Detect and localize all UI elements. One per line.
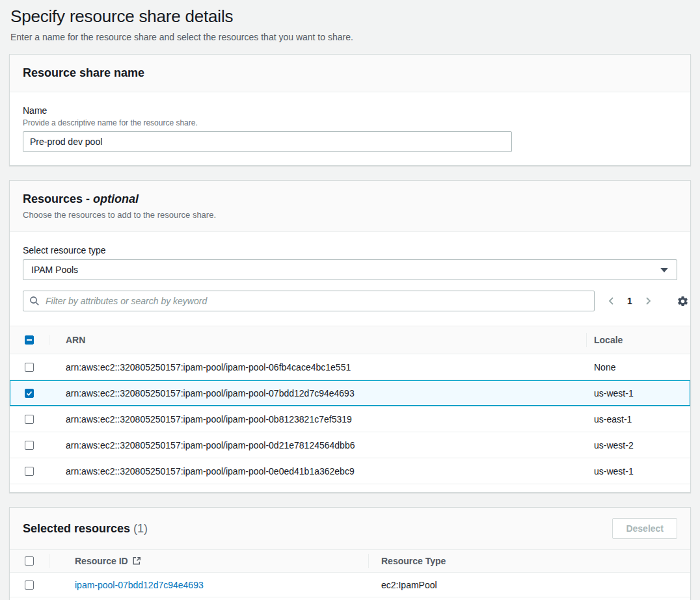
- gear-icon: [677, 295, 689, 307]
- deselect-button[interactable]: Deselect: [612, 518, 677, 539]
- external-link-icon: [132, 556, 141, 566]
- arn-cell: arn:aws:ec2::320805250157:ipam-pool/ipam…: [49, 466, 586, 476]
- table-row[interactable]: arn:aws:ec2::320805250157:ipam-pool/ipam…: [10, 458, 690, 484]
- resource-type-cell: ec2:IpamPool: [368, 580, 690, 590]
- resources-table-header: ARN Locale: [10, 326, 690, 354]
- table-row[interactable]: arn:aws:ec2::320805250157:ipam-pool/ipam…: [10, 432, 690, 458]
- arn-column-header: ARN: [49, 335, 586, 345]
- row-checkbox[interactable]: [25, 363, 34, 372]
- selected-resources-header: Selected resources (1) Deselect: [10, 508, 690, 549]
- selected-resources-panel: Selected resources (1) Deselect Resource…: [9, 507, 691, 600]
- row-checkbox[interactable]: [25, 580, 34, 590]
- name-field-label: Name: [23, 105, 677, 116]
- table-row[interactable]: arn:aws:ec2::320805250157:ipam-pool/ipam…: [10, 354, 690, 380]
- check-icon: [25, 389, 33, 397]
- resource-id-column-header: Resource ID: [49, 556, 368, 566]
- page-subtitle: Enter a name for the resource share and …: [10, 32, 690, 42]
- selected-resources-count: (1): [133, 522, 148, 535]
- filter-input-container: [23, 291, 595, 311]
- arn-cell: arn:aws:ec2::320805250157:ipam-pool/ipam…: [49, 440, 586, 450]
- resource-share-name-header: Resource share name: [10, 55, 690, 92]
- page-header: Specify resource share details Enter a n…: [0, 0, 700, 54]
- resource-share-name-title: Resource share name: [23, 66, 677, 80]
- selected-resources-table: Resource ID Resource Type ipam-pool-07bd…: [10, 549, 690, 600]
- locale-cell: us-west-1: [586, 466, 690, 476]
- locale-cell: us-west-1: [586, 388, 690, 398]
- filter-input[interactable]: [44, 295, 588, 307]
- resource-type-selected-value: IPAM Pools: [31, 265, 78, 275]
- locale-column-header: Locale: [586, 335, 690, 345]
- arn-cell: arn:aws:ec2::320805250157:ipam-pool/ipam…: [49, 388, 586, 398]
- resource-share-name-body: Name Provide a descriptive name for the …: [10, 92, 690, 165]
- locale-cell: None: [586, 362, 690, 372]
- table-row[interactable]: arn:aws:ec2::320805250157:ipam-pool/ipam…: [10, 406, 690, 432]
- locale-cell: us-west-2: [586, 440, 690, 450]
- current-page-number: 1: [627, 296, 632, 306]
- pagination: 1: [604, 294, 656, 307]
- resource-type-column-header: Resource Type: [368, 556, 690, 566]
- selected-table-row[interactable]: ipam-pool-07bdd12d7c94e4693 ec2:IpamPool: [10, 573, 690, 597]
- locale-cell: us-east-1: [586, 414, 690, 424]
- resource-share-name-panel: Resource share name Name Provide a descr…: [9, 54, 691, 166]
- settings-button[interactable]: [675, 294, 690, 309]
- page-title: Specify resource share details: [10, 7, 690, 27]
- table-bottom-padding: [10, 597, 690, 600]
- selected-resources-title: Selected resources (1): [23, 522, 148, 536]
- chevron-left-icon: [606, 296, 617, 306]
- resources-controls: Select resource type IPAM Pools: [10, 232, 690, 326]
- resources-header: Resources - optional Choose the resource…: [10, 181, 690, 232]
- resource-type-label: Select resource type: [23, 245, 677, 255]
- table-bottom-padding: [10, 484, 690, 492]
- resources-table: ARN Locale arn:aws:ec2::320805250157:ipa…: [10, 326, 690, 492]
- resources-subtitle: Choose the resources to add to the resou…: [23, 210, 677, 220]
- row-checkbox[interactable]: [25, 467, 34, 476]
- arn-cell: arn:aws:ec2::320805250157:ipam-pool/ipam…: [49, 414, 586, 424]
- name-input[interactable]: [23, 131, 512, 152]
- row-checkbox-checked[interactable]: [25, 389, 34, 398]
- next-page-button[interactable]: [640, 294, 656, 307]
- resources-title-optional: optional: [93, 192, 139, 205]
- select-all-cell: [10, 550, 49, 572]
- chevron-right-icon: [643, 296, 653, 306]
- chevron-down-icon: [660, 266, 669, 274]
- resources-panel: Resources - optional Choose the resource…: [9, 180, 691, 493]
- table-row-selected[interactable]: arn:aws:ec2::320805250157:ipam-pool/ipam…: [10, 380, 690, 406]
- row-checkbox[interactable]: [25, 415, 34, 424]
- name-field-help: Provide a descriptive name for the resou…: [23, 118, 677, 127]
- select-all-cell: [10, 326, 49, 354]
- filter-row: 1: [23, 291, 677, 311]
- selected-table-select-all-checkbox[interactable]: [25, 556, 34, 566]
- resource-type-select[interactable]: IPAM Pools: [23, 259, 677, 280]
- row-checkbox[interactable]: [25, 441, 34, 450]
- previous-page-button[interactable]: [604, 294, 619, 307]
- resource-id-link[interactable]: ipam-pool-07bdd12d7c94e4693: [75, 580, 204, 590]
- arn-cell: arn:aws:ec2::320805250157:ipam-pool/ipam…: [49, 362, 586, 372]
- resources-title: Resources - optional: [23, 192, 677, 206]
- select-all-checkbox[interactable]: [25, 335, 34, 345]
- selected-table-header: Resource ID Resource Type: [10, 549, 690, 573]
- search-icon: [29, 296, 40, 306]
